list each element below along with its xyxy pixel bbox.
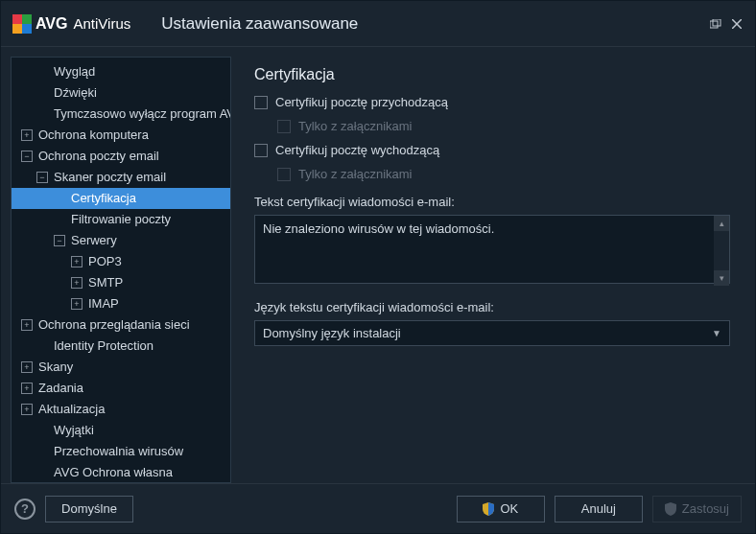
close-icon bbox=[732, 19, 742, 29]
tree-identity[interactable]: Identity Protection bbox=[12, 336, 230, 357]
tree-email-scanner[interactable]: −Skaner poczty email bbox=[12, 167, 230, 188]
content-area: Wygląd Dźwięki Tymczasowo wyłącz program… bbox=[1, 47, 755, 483]
expand-icon[interactable]: + bbox=[21, 383, 33, 394]
tree-computer-protection[interactable]: +Ochrona komputera bbox=[12, 125, 230, 146]
tree-tasks[interactable]: +Zadania bbox=[12, 378, 230, 399]
main-panel: Certyfikacja Certyfikuj pocztę przychodz… bbox=[239, 57, 745, 483]
app-logo: AVG AntiVirus bbox=[12, 14, 130, 34]
collapse-icon[interactable]: − bbox=[21, 151, 33, 162]
footer: ? Domyślne OK Anuluj Zastosuj bbox=[1, 483, 755, 533]
tree-sounds[interactable]: Dźwięki bbox=[12, 82, 230, 104]
scroll-up-icon[interactable]: ▴ bbox=[714, 216, 729, 231]
expand-icon[interactable]: + bbox=[21, 361, 33, 373]
tree-virus-vault[interactable]: Przechowalnia wirusów bbox=[12, 441, 230, 462]
scroll-down-icon[interactable]: ▾ bbox=[714, 270, 729, 286]
checkbox-icon[interactable] bbox=[254, 96, 268, 109]
cancel-button[interactable]: Anuluj bbox=[555, 496, 643, 522]
cert-lang-value: Domyślny język instalacji bbox=[263, 326, 401, 340]
help-button[interactable]: ? bbox=[14, 499, 35, 520]
tree-appearance[interactable]: Wygląd bbox=[12, 61, 230, 82]
checkbox-icon bbox=[277, 168, 291, 181]
svg-rect-4 bbox=[710, 21, 718, 28]
avg-logo-icon bbox=[12, 14, 32, 34]
collapse-icon[interactable]: − bbox=[36, 172, 48, 183]
attachments-only-out-label: Tylko z załącznikami bbox=[298, 167, 412, 181]
tree-servers[interactable]: −Serwery bbox=[12, 230, 230, 251]
tree-temp-disable[interactable]: Tymczasowo wyłącz program AVG bbox=[12, 104, 230, 125]
ok-button[interactable]: OK bbox=[457, 496, 545, 522]
tree-pop3[interactable]: +POP3 bbox=[12, 251, 230, 272]
certify-outgoing-label: Certyfikuj pocztę wychodzącą bbox=[275, 143, 439, 157]
help-icon: ? bbox=[21, 501, 29, 516]
expand-icon[interactable]: + bbox=[21, 319, 33, 331]
expand-icon[interactable]: + bbox=[21, 404, 33, 415]
cert-text-label: Tekst certyfikacji wiadomości e-mail: bbox=[254, 195, 730, 209]
collapse-icon[interactable]: − bbox=[54, 235, 65, 246]
tree-certification[interactable]: Certyfikacja bbox=[12, 188, 230, 209]
svg-rect-5 bbox=[713, 19, 721, 26]
textarea-scrollbar[interactable]: ▴ ▾ bbox=[714, 216, 729, 286]
cert-text-input[interactable] bbox=[254, 215, 730, 284]
tree-email-protection[interactable]: −Ochrona poczty email bbox=[12, 146, 230, 167]
window-restore-icon bbox=[710, 19, 721, 29]
expand-icon[interactable]: + bbox=[71, 298, 83, 310]
cert-lang-label: Język tekstu certyfikacji wiadomości e-m… bbox=[254, 300, 730, 314]
svg-rect-3 bbox=[22, 24, 32, 34]
tree-exceptions[interactable]: Wyjątki bbox=[12, 420, 230, 441]
expand-icon[interactable]: + bbox=[71, 277, 83, 289]
tree-imap[interactable]: +IMAP bbox=[12, 293, 230, 314]
checkbox-icon[interactable] bbox=[254, 144, 268, 157]
cert-text-wrap: ▴ ▾ bbox=[254, 215, 730, 287]
titlebar-controls bbox=[709, 17, 744, 31]
svg-rect-1 bbox=[22, 14, 32, 24]
tree-scans[interactable]: +Skany bbox=[12, 357, 230, 378]
tree-browsing-protection[interactable]: +Ochrona przeglądania sieci bbox=[12, 314, 230, 336]
expand-icon[interactable]: + bbox=[21, 129, 33, 141]
attachments-only-in-row: Tylko z załącznikami bbox=[277, 119, 730, 133]
svg-rect-2 bbox=[12, 24, 22, 34]
close-button[interactable] bbox=[730, 17, 744, 31]
titlebar: AVG AntiVirus Ustawienia zaawansowane bbox=[1, 1, 755, 47]
cert-lang-dropdown[interactable]: Domyślny język instalacji ▼ bbox=[254, 320, 730, 346]
shield-icon bbox=[665, 502, 676, 516]
settings-window: AVG AntiVirus Ustawienia zaawansowane Wy… bbox=[0, 0, 756, 534]
tree-mail-filtering[interactable]: Filtrowanie poczty bbox=[12, 209, 230, 230]
chevron-down-icon: ▼ bbox=[712, 328, 721, 338]
svg-rect-0 bbox=[12, 14, 22, 24]
panel-title: Certyfikacja bbox=[254, 66, 730, 83]
certify-incoming-row[interactable]: Certyfikuj pocztę przychodzącą bbox=[254, 95, 730, 109]
checkbox-icon bbox=[277, 120, 291, 133]
shield-icon bbox=[483, 502, 494, 516]
brand-avg: AVG bbox=[35, 15, 67, 33]
window-title: Ustawienia zaawansowane bbox=[161, 14, 358, 34]
certify-outgoing-row[interactable]: Certyfikuj pocztę wychodzącą bbox=[254, 143, 730, 157]
apply-button: Zastosuj bbox=[652, 496, 742, 522]
tree-self-protect[interactable]: AVG Ochrona własna bbox=[12, 462, 230, 483]
defaults-button[interactable]: Domyślne bbox=[45, 496, 133, 522]
settings-tree[interactable]: Wygląd Dźwięki Tymczasowo wyłącz program… bbox=[11, 57, 231, 483]
attachments-only-in-label: Tylko z załącznikami bbox=[298, 119, 412, 133]
minimize-button[interactable] bbox=[709, 17, 722, 31]
attachments-only-out-row: Tylko z załącznikami bbox=[277, 167, 730, 181]
brand-antivirus: AntiVirus bbox=[73, 15, 130, 32]
expand-icon[interactable]: + bbox=[71, 256, 83, 267]
tree-smtp[interactable]: +SMTP bbox=[12, 272, 230, 293]
certify-incoming-label: Certyfikuj pocztę przychodzącą bbox=[275, 95, 448, 109]
tree-update[interactable]: +Aktualizacja bbox=[12, 399, 230, 420]
